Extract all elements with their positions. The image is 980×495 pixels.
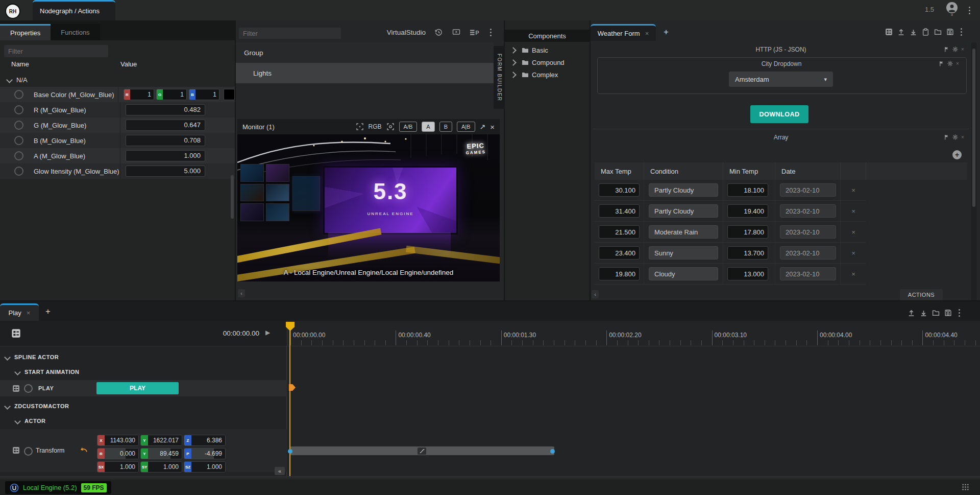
color-channel-field[interactable]: B1 — [189, 89, 219, 100]
close-icon[interactable]: × — [490, 123, 495, 131]
play-icon[interactable]: ▶ — [265, 329, 270, 336]
main-tab-nodegraph-actions[interactable]: Nodegraph / Actions — [33, 0, 115, 20]
transform-field-z[interactable]: Z6.386 — [184, 435, 226, 446]
keyframe-dot-start[interactable] — [288, 449, 292, 454]
properties-scrollbar-thumb[interactable] — [231, 175, 234, 219]
transform-field-p[interactable]: P-4.699 — [184, 448, 226, 459]
engine-status-chip[interactable]: Local Engine (5.2) 59 FPS — [5, 481, 111, 494]
date-field[interactable]: 2023-02-10 — [780, 183, 836, 197]
properties-filter-input[interactable] — [4, 45, 108, 57]
color-channel-field[interactable]: G1 — [156, 89, 187, 100]
transform-field-y[interactable]: Y89.459 — [140, 448, 182, 459]
max-temp-field[interactable]: 21.500 — [599, 225, 640, 239]
pin-icon[interactable] — [944, 46, 949, 52]
track-group-actor[interactable]: ACTOR — [15, 415, 45, 427]
value-field[interactable]: 5.000 — [126, 166, 205, 177]
form-builder-vertical-tab[interactable]: FORM BUILDER — [494, 46, 505, 109]
channel-a-button[interactable]: A — [422, 122, 434, 132]
timeline-scrollbar-track[interactable] — [0, 476, 980, 478]
close-icon[interactable]: × — [645, 30, 649, 37]
weather-scrollbar-track[interactable] — [971, 42, 976, 307]
tab-weather-form[interactable]: Weather Form × — [591, 24, 656, 41]
value-field[interactable]: 0.708 — [126, 135, 205, 146]
close-icon[interactable]: × — [961, 134, 964, 140]
min-temp-field[interactable]: 17.800 — [727, 225, 768, 239]
radio-circle[interactable] — [14, 151, 23, 160]
save-icon[interactable] — [946, 28, 954, 36]
gear-icon[interactable] — [947, 61, 953, 66]
track-group-zdcustomactor[interactable]: ZDCUSTOMACTOR — [5, 399, 69, 413]
condition-field[interactable]: Cloudy — [649, 267, 718, 280]
studio-filter-input[interactable] — [239, 28, 341, 39]
scroll-left-button[interactable]: ‹ — [592, 290, 599, 298]
channel-b-button[interactable]: B — [439, 122, 452, 132]
gear-icon[interactable] — [952, 134, 958, 140]
weather-scrollbar-thumb[interactable] — [972, 49, 975, 207]
radio-circle[interactable] — [14, 105, 23, 114]
popout-icon[interactable]: ↗ — [480, 123, 486, 131]
ab-compare-button[interactable]: A/B — [399, 122, 418, 132]
date-field[interactable]: 2023-02-10 — [780, 225, 836, 239]
tree-item-basic[interactable]: Basic — [505, 44, 590, 56]
track-group-start-animation[interactable]: START ANIMATION — [15, 366, 80, 378]
timeline-menu-button[interactable] — [957, 309, 962, 317]
grid-dots-icon[interactable] — [962, 483, 969, 491]
transform-field-r[interactable]: R0.000 — [97, 448, 139, 459]
monitor-play-icon[interactable] — [452, 28, 461, 36]
studio-menu-button[interactable] — [488, 28, 493, 36]
radio-circle[interactable] — [24, 384, 33, 393]
add-tab-button[interactable]: + — [661, 27, 671, 37]
max-temp-field[interactable]: 31.400 — [599, 204, 640, 218]
rgb-mode-button[interactable]: RGB — [369, 123, 382, 130]
close-icon[interactable]: × — [956, 61, 959, 66]
tree-item-complex[interactable]: Complex — [505, 68, 590, 81]
add-tab-button[interactable]: + — [43, 307, 53, 317]
user-avatar[interactable]: a — [945, 2, 959, 16]
value-field[interactable]: 0.482 — [126, 104, 205, 115]
collapse-track-button[interactable]: « — [275, 467, 285, 475]
city-dropdown[interactable]: Amsterdam ▾ — [729, 72, 833, 87]
condition-field[interactable]: Partly Cloudy — [649, 183, 718, 197]
tree-item-compound[interactable]: Compound — [505, 56, 590, 68]
transform-field-sy[interactable]: SY1.000 — [140, 461, 182, 473]
scroll-left-button[interactable]: ‹ — [238, 289, 245, 297]
timeline-ruler[interactable]: 00:00:00.0000:00:00.4000:00:01.3000:00:0… — [287, 321, 980, 346]
keyframe-marker[interactable] — [289, 384, 296, 391]
min-temp-field[interactable]: 13.000 — [727, 267, 768, 280]
focus-icon[interactable] — [386, 123, 395, 131]
list-item-lights[interactable]: Lights — [236, 63, 494, 83]
color-swatch[interactable] — [224, 89, 235, 100]
transform-field-sz[interactable]: SZ1.000 — [184, 461, 226, 473]
date-field[interactable]: 2023-02-10 — [780, 246, 836, 260]
ab-split-button[interactable]: A|B — [457, 122, 475, 132]
fullscreen-icon[interactable] — [356, 123, 364, 131]
tab-functions[interactable]: Functions — [51, 24, 100, 40]
delete-row-button[interactable]: × — [841, 243, 866, 263]
max-temp-field[interactable]: 23.400 — [599, 246, 640, 260]
max-temp-field[interactable]: 19.800 — [599, 267, 640, 280]
folder-icon[interactable] — [934, 28, 942, 36]
date-field[interactable]: 2023-02-10 — [780, 267, 836, 280]
min-temp-field[interactable]: 18.100 — [727, 183, 768, 197]
clipboard-icon[interactable] — [922, 28, 929, 36]
radio-circle[interactable] — [14, 121, 23, 130]
close-icon[interactable]: × — [961, 46, 964, 52]
form-menu-button[interactable] — [959, 28, 964, 36]
upload-icon[interactable] — [897, 28, 905, 36]
topbar-menu-button[interactable] — [967, 6, 972, 14]
value-field[interactable]: 0.647 — [126, 120, 205, 131]
transform-field-x[interactable]: X1143.030 — [97, 435, 139, 446]
curve-icon[interactable] — [418, 447, 426, 455]
delete-row-button[interactable]: × — [841, 222, 866, 242]
folder-icon[interactable] — [932, 309, 940, 317]
delete-row-button[interactable]: × — [841, 201, 866, 221]
radio-circle[interactable] — [14, 136, 23, 145]
play-action-button[interactable]: PLAY — [96, 382, 179, 394]
actions-tab[interactable]: ACTIONS — [900, 289, 943, 300]
condition-field[interactable]: Sunny — [649, 246, 718, 260]
history-icon[interactable] — [434, 28, 443, 37]
keyframe-dot-end[interactable] — [550, 449, 555, 454]
tab-properties[interactable]: Properties — [0, 24, 51, 40]
date-field[interactable]: 2023-02-10 — [780, 204, 836, 218]
download-icon[interactable] — [910, 28, 917, 36]
